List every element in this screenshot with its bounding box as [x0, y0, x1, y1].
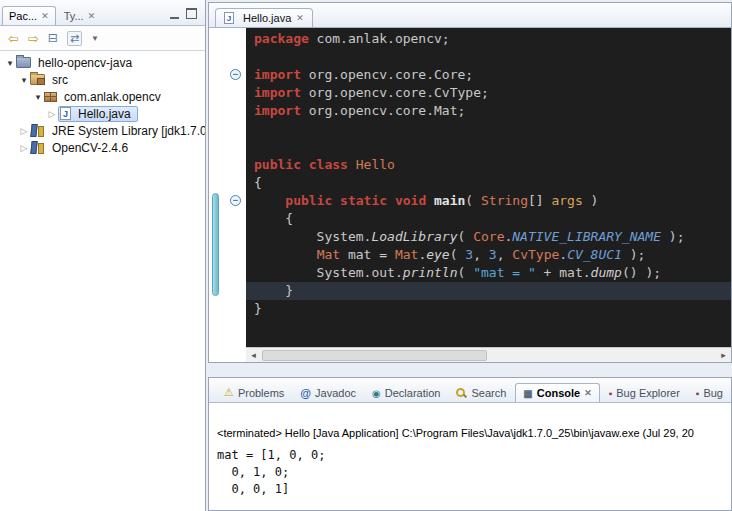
- code-line[interactable]: }: [246, 282, 731, 300]
- tree-item-label: src: [49, 73, 71, 87]
- code-token: [426, 193, 434, 208]
- selected-item-highlight[interactable]: J Hello.java: [58, 106, 138, 122]
- scroll-right-icon[interactable]: ▸: [716, 348, 731, 362]
- code-token: "mat = ": [473, 265, 536, 280]
- expand-arrow-icon[interactable]: ▾: [32, 92, 44, 102]
- code-token: mat =: [340, 247, 395, 262]
- code-token: (: [458, 265, 474, 280]
- code-token: static: [340, 193, 387, 208]
- tab-search[interactable]: Search: [449, 384, 513, 402]
- collapse-all-icon[interactable]: ⊟: [48, 31, 58, 45]
- view-window-buttons: [170, 8, 203, 25]
- code-token: Core: [473, 229, 504, 244]
- minimize-view-icon[interactable]: [170, 9, 179, 19]
- forward-icon[interactable]: ⇨: [28, 31, 39, 46]
- code-line[interactable]: public static void main( String[] args ): [246, 192, 731, 210]
- code-token: public: [254, 157, 301, 172]
- tab-type-hierarchy[interactable]: Ty... ✕: [58, 7, 102, 25]
- maximize-view-icon[interactable]: [186, 8, 197, 19]
- code-line[interactable]: [246, 138, 731, 156]
- code-token: }: [254, 301, 262, 316]
- editor-area: J Hello.java ✕ −− package com.anlak.open…: [208, 2, 732, 363]
- tab-declaration[interactable]: ◉ Declaration: [365, 384, 447, 402]
- problems-icon: ⚠: [224, 386, 234, 399]
- expand-arrow-icon[interactable]: ▾: [18, 75, 30, 85]
- tab-problems[interactable]: ⚠ Problems: [217, 383, 291, 402]
- tree-item-label: Hello.java: [75, 107, 134, 121]
- tree-item-project[interactable]: ▾ hello-opencv-java: [0, 54, 205, 71]
- project-icon: [16, 57, 31, 68]
- code-line[interactable]: Mat mat = Mat.eye( 3, 3, CvType.CV_8UC1 …: [246, 246, 731, 264]
- scrollbar-thumb[interactable]: [262, 350, 487, 361]
- tab-label: Problems: [238, 387, 284, 399]
- tab-label: Declaration: [385, 387, 441, 399]
- code-line[interactable]: import org.opencv.core.Mat;: [246, 102, 731, 120]
- code-token: args: [551, 193, 582, 208]
- code-token: (: [450, 247, 466, 262]
- tree-item-label: JRE System Library [jdk1.7.0: [49, 124, 205, 138]
- tree-item-package[interactable]: ▾ com.anlak.opencv: [0, 88, 205, 105]
- tab-bug-explorer[interactable]: ▪ Bug Explorer: [602, 384, 687, 402]
- console-output-area[interactable]: <terminated> Hello [Java Application] C:…: [209, 403, 731, 510]
- code-line[interactable]: package com.anlak.opencv;: [246, 30, 731, 48]
- tree-item-src[interactable]: ▾ src: [0, 71, 205, 88]
- fold-collapse-icon[interactable]: −: [230, 195, 241, 206]
- tab-bug[interactable]: ▪ Bug: [689, 384, 730, 402]
- tree-item-hello-java[interactable]: ▷ J Hello.java: [0, 105, 205, 122]
- library-icon: [30, 125, 45, 137]
- scroll-left-icon[interactable]: ◂: [246, 348, 261, 362]
- code-token: println: [403, 265, 458, 280]
- code-token: org.opencv.core.Core;: [301, 67, 473, 82]
- tab-type-hierarchy-label: Ty...: [64, 10, 84, 22]
- expand-arrow-icon[interactable]: ▾: [4, 58, 16, 68]
- expand-arrow-icon[interactable]: ▷: [46, 109, 58, 119]
- code-token: LoadLibrary: [371, 229, 457, 244]
- code-token: main: [434, 193, 465, 208]
- declaration-icon: ◉: [372, 388, 381, 399]
- fold-collapse-icon[interactable]: −: [230, 69, 241, 80]
- code-token: CV_8UC1: [567, 247, 622, 262]
- code-token: import: [254, 103, 301, 118]
- code-line[interactable]: public class Hello: [246, 156, 731, 174]
- link-with-editor-icon[interactable]: ⇄: [67, 31, 82, 46]
- code-lines[interactable]: package com.anlak.opencv;import org.open…: [246, 28, 731, 347]
- code-token: [254, 193, 285, 208]
- console-view: ⚠ Problems @ Javadoc ◉ Declaration Searc…: [208, 377, 732, 511]
- tab-hello-java[interactable]: J Hello.java ✕: [215, 8, 313, 27]
- code-token: {: [254, 175, 262, 190]
- code-line[interactable]: {: [246, 210, 731, 228]
- horizontal-scrollbar[interactable]: ◂ ▸: [246, 347, 731, 362]
- code-line[interactable]: }: [246, 300, 731, 318]
- back-icon[interactable]: ⇦: [8, 31, 19, 46]
- code-token: 3: [489, 247, 497, 262]
- tree-item-opencv-library[interactable]: ▷ OpenCV-2.4.6: [0, 139, 205, 156]
- expand-arrow-icon[interactable]: ▷: [18, 143, 30, 153]
- editor-tab-label: Hello.java: [243, 12, 291, 24]
- tab-console[interactable]: ▦ Console ✕: [515, 383, 599, 402]
- code-line[interactable]: import org.opencv.core.CvType;: [246, 84, 731, 102]
- code-line[interactable]: {: [246, 174, 731, 192]
- code-line[interactable]: [246, 48, 731, 66]
- code-token: .: [559, 247, 567, 262]
- close-icon[interactable]: ✕: [296, 13, 304, 23]
- code-token: []: [528, 193, 551, 208]
- code-line[interactable]: [246, 120, 731, 138]
- tree-item-jre-library[interactable]: ▷ JRE System Library [jdk1.7.0: [0, 122, 205, 139]
- code-token: CvType: [512, 247, 559, 262]
- close-icon[interactable]: ✕: [584, 388, 592, 398]
- tab-javadoc[interactable]: @ Javadoc: [293, 384, 363, 402]
- code-token: String: [481, 193, 528, 208]
- tab-package-explorer[interactable]: Pac... ✕: [2, 6, 56, 25]
- code-token: public: [285, 193, 332, 208]
- expand-arrow-icon[interactable]: ▷: [18, 126, 30, 136]
- tab-package-explorer-label: Pac...: [9, 10, 37, 22]
- code-line[interactable]: System.out.println( "mat = " + mat.dump(…: [246, 264, 731, 282]
- view-menu-icon[interactable]: ▼: [91, 34, 99, 43]
- close-icon[interactable]: ✕: [41, 11, 49, 21]
- java-file-icon: J: [224, 12, 234, 24]
- console-output: mat = [1, 0, 0; 0, 1, 0; 0, 0, 1]: [217, 447, 731, 498]
- close-icon[interactable]: ✕: [88, 11, 96, 21]
- code-token: );: [622, 247, 645, 262]
- code-line[interactable]: System.LoadLibrary( Core.NATIVE_LIBRARY_…: [246, 228, 731, 246]
- code-line[interactable]: import org.opencv.core.Core;: [246, 66, 731, 84]
